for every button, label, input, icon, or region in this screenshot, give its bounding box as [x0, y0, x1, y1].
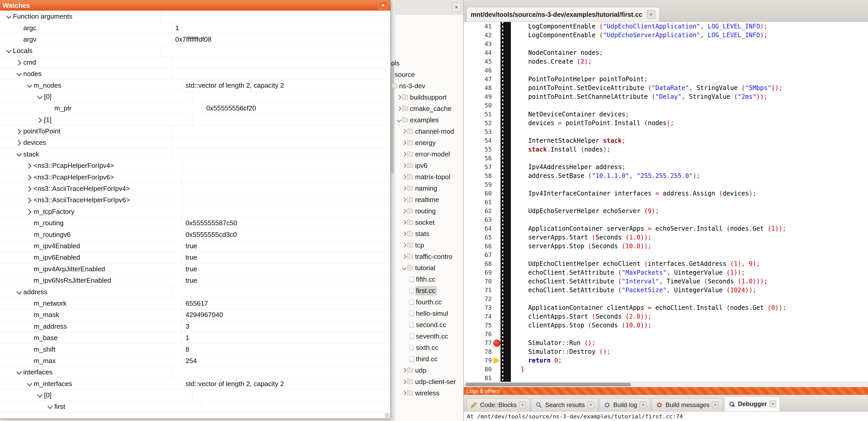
marker-margin[interactable] [493, 347, 501, 356]
line-number[interactable]: 60 [464, 189, 493, 198]
tree-item[interactable]: channel-mod [401, 126, 463, 137]
line-number[interactable]: 65 [464, 233, 493, 242]
tree-item[interactable]: naming [401, 183, 463, 194]
line-number[interactable]: 51 [464, 110, 493, 119]
line-number[interactable]: 74 [464, 312, 493, 321]
marker-margin[interactable] [493, 206, 501, 216]
chevron-right-icon[interactable] [24, 187, 34, 191]
watch-row[interactable]: m_ipv6Enabledtrue [0, 252, 390, 263]
chevron-right-icon[interactable] [24, 198, 34, 202]
tree-item[interactable]: realtime [401, 194, 463, 205]
line-number[interactable]: 76 [464, 330, 493, 338]
chevron-right-icon[interactable] [401, 187, 407, 190]
code-line[interactable]: 70 echoClient.SetAttribute ("Interval", … [464, 277, 868, 286]
code-line[interactable]: 58 address.SetBase ("10.1.1.0", "255.255… [464, 171, 868, 180]
marker-margin[interactable] [493, 365, 501, 374]
watch-row[interactable]: interfaces [0, 367, 390, 378]
tree-item[interactable]: wireless [401, 387, 463, 399]
tree-item[interactable]: cmake_cache [396, 103, 463, 114]
marker-margin[interactable] [493, 277, 501, 286]
chevron-right-icon[interactable] [35, 118, 44, 122]
line-number[interactable]: 64 [464, 224, 493, 233]
code-line[interactable]: 49 pointToPoint.SetChannelAttribute ("De… [464, 92, 868, 101]
code-line[interactable]: 67 [464, 251, 868, 259]
watch-row[interactable]: Locals [0, 45, 390, 57]
tree-item[interactable]: examples [396, 114, 463, 126]
code-line[interactable]: 65 serverApps.Start (Seconds (1.0)); [464, 233, 868, 242]
line-number[interactable]: 80 [464, 365, 493, 374]
marker-margin[interactable] [493, 303, 501, 312]
line-number[interactable]: 57 [464, 163, 493, 171]
chevron-down-icon[interactable] [35, 393, 44, 397]
log-tab-code-blocks[interactable]: Code::Blocks× [466, 398, 530, 412]
tree-item[interactable]: socket [401, 217, 463, 228]
line-number[interactable]: 46 [464, 66, 493, 75]
marker-margin[interactable] [493, 75, 501, 84]
tree-item[interactable]: traffic-contro [401, 251, 463, 262]
tree-item[interactable]: ipv6 [401, 160, 463, 171]
line-number[interactable]: 70 [464, 277, 493, 286]
chevron-right-icon[interactable] [401, 209, 407, 213]
code-line[interactable]: 43 [464, 39, 868, 48]
line-number[interactable]: 73 [464, 303, 493, 312]
marker-margin[interactable] [493, 154, 501, 163]
marker-margin[interactable] [493, 321, 501, 330]
code-line[interactable]: 64 ApplicationContainer serverApps = ech… [464, 224, 868, 233]
marker-margin[interactable] [493, 66, 501, 75]
watch-row[interactable]: first [0, 401, 390, 413]
editor-horizontal-scrollbar-thumb[interactable] [465, 383, 631, 386]
line-number[interactable]: 54 [464, 136, 493, 145]
line-number[interactable]: 44 [464, 48, 493, 57]
tree-item[interactable]: ols [391, 57, 463, 69]
watches-resize-grip[interactable] [385, 413, 390, 418]
chevron-right-icon[interactable] [24, 210, 34, 214]
marker-margin[interactable] [493, 242, 501, 251]
chevron-right-icon[interactable] [14, 61, 23, 64]
code-line[interactable]: 68 UdpEchoClientHelper echoClient (inter… [464, 259, 868, 268]
watch-row[interactable]: stack [0, 149, 390, 160]
marker-margin[interactable] [493, 145, 501, 154]
code-line[interactable]: 79 return 0; [464, 356, 868, 365]
chevron-right-icon[interactable] [401, 141, 407, 144]
chevron-right-icon[interactable] [401, 369, 407, 372]
tree-item[interactable]: hello-simul [409, 308, 463, 319]
code-line[interactable]: 41 LogComponentEnable ("UdpEchoClientApp… [464, 22, 868, 31]
line-number[interactable]: 53 [464, 128, 493, 136]
watch-row[interactable]: m_nodesstd::vector of length 2, capacity… [0, 79, 390, 91]
line-number[interactable]: 41 [464, 22, 493, 31]
chevron-right-icon[interactable] [401, 130, 407, 133]
watch-row[interactable]: [0] [0, 390, 390, 401]
watch-row[interactable]: m_max254 [0, 355, 390, 367]
tree-item[interactable]: third.cc [409, 353, 463, 365]
chevron-right-icon[interactable] [396, 107, 402, 110]
code-line[interactable]: 63 [464, 216, 868, 224]
breakpoint-icon[interactable] [493, 339, 500, 347]
code-line[interactable]: 57 Ipv4AddressHelper address; [464, 163, 868, 171]
line-number[interactable]: 67 [464, 251, 493, 259]
marker-margin[interactable] [493, 330, 501, 338]
line-number[interactable]: 43 [464, 39, 493, 48]
line-number[interactable]: 75 [464, 321, 493, 330]
watch-row[interactable]: nodes [0, 68, 390, 79]
code-line[interactable]: 73 ApplicationContainer clientApps = ech… [464, 303, 868, 312]
marker-margin[interactable] [493, 268, 501, 277]
line-number[interactable]: 66 [464, 242, 493, 251]
line-number[interactable]: 77 [464, 338, 493, 347]
marker-margin[interactable] [493, 312, 501, 321]
chevron-down-icon[interactable] [14, 370, 23, 374]
code-line[interactable]: 60 Ipv4InterfaceContainer interfaces = a… [464, 189, 868, 198]
chevron-right-icon[interactable] [401, 198, 407, 201]
line-number[interactable]: 59 [464, 180, 493, 189]
watch-row[interactable]: <ns3::PcapHelperForIpv4> [0, 160, 390, 171]
marker-margin[interactable] [493, 48, 501, 57]
watch-row[interactable]: [0] [0, 91, 390, 103]
tree-item[interactable]: tutorial [401, 262, 463, 273]
code-line[interactable]: 55 stack.Install (nodes); [464, 145, 868, 154]
tree-item[interactable]: routing [401, 205, 463, 217]
marker-margin[interactable] [493, 259, 501, 268]
watch-row[interactable]: m_shift8 [0, 344, 390, 355]
marker-margin[interactable] [493, 31, 501, 39]
line-number[interactable]: 63 [464, 216, 493, 224]
chevron-right-icon[interactable] [401, 153, 407, 156]
code-line[interactable]: 54 InternetStackHelper stack; [464, 136, 868, 145]
